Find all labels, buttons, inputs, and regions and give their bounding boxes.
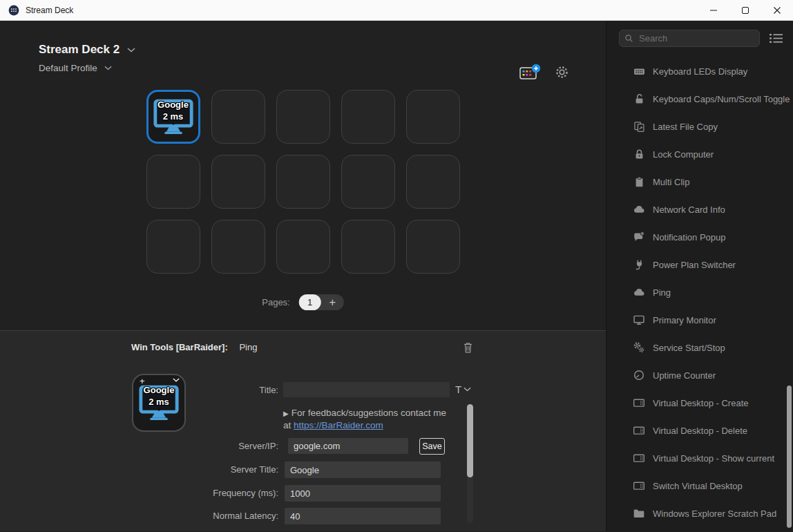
key-empty[interactable] xyxy=(406,90,460,144)
delete-action-button[interactable] xyxy=(460,340,475,355)
add-page-button[interactable]: + xyxy=(321,294,344,310)
key-preview[interactable]: + Google 2 ms xyxy=(132,374,186,432)
chevron-down-icon[interactable] xyxy=(173,378,180,382)
action-item-primary-monitor[interactable]: Primary Monitor xyxy=(606,306,793,334)
chevron-down-icon xyxy=(104,66,112,70)
sidebar-scrollbar-thumb[interactable] xyxy=(787,386,792,528)
action-item-latest-file-copy[interactable]: Latest File Copy xyxy=(606,113,793,140)
virtual-desktop-icon xyxy=(633,397,645,409)
clipboard-icon xyxy=(633,175,645,188)
add-device-icon[interactable] xyxy=(519,64,541,81)
action-item-power-plan-switcher[interactable]: Power Plan Switcher xyxy=(606,251,793,278)
action-item-keyboard-caps-num-scroll-toggle[interactable]: Keyboard Caps/Num/Scroll Toggle xyxy=(606,85,793,113)
action-item-keyboard-leds-display[interactable]: Keyboard LEDs Display xyxy=(606,57,793,85)
action-item-service-start-stop[interactable]: Service Start/Stop xyxy=(606,334,793,361)
key-empty[interactable] xyxy=(406,220,460,274)
barraider-link[interactable]: https://BarRaider.com xyxy=(294,420,383,430)
lock-open-icon xyxy=(633,93,645,105)
search-input[interactable] xyxy=(619,30,760,47)
power-plug-icon xyxy=(633,258,645,271)
action-name: Ping xyxy=(239,342,257,352)
gears-icon xyxy=(633,341,645,354)
action-item-virtual-desktop-show-current[interactable]: Virtual Desktop - Show current xyxy=(606,444,793,472)
normal-latency-label: Normal Latency: xyxy=(0,511,278,521)
action-item-switch-virtual-desktop[interactable]: Switch Virtual Desktop xyxy=(606,472,793,500)
cloud-icon xyxy=(633,286,645,298)
virtual-desktop-icon xyxy=(633,479,645,492)
pages-control: Pages: 1 + xyxy=(262,294,343,310)
normal-latency-input[interactable] xyxy=(285,508,441,524)
text-format-icon: T xyxy=(455,383,461,395)
inspector-scrollbar-thumb[interactable] xyxy=(467,404,473,477)
key-empty[interactable] xyxy=(341,90,395,144)
list-view-icon[interactable] xyxy=(770,33,783,44)
device-selector[interactable]: Stream Deck 2 xyxy=(39,43,135,57)
key-empty[interactable] xyxy=(211,220,265,274)
pages-label: Pages: xyxy=(262,297,289,307)
monitor-icon xyxy=(633,314,645,326)
action-item-ping[interactable]: Ping xyxy=(606,278,793,306)
inspector-scrollbar[interactable] xyxy=(467,404,473,523)
key-empty[interactable] xyxy=(211,90,265,144)
main-panel: Stream Deck 2 Default Profile xyxy=(0,21,606,531)
server-title-input[interactable] xyxy=(285,462,441,478)
key-title: Google 2 ms xyxy=(149,99,198,123)
file-copy-icon xyxy=(633,120,645,133)
action-item-uptime-counter[interactable]: Uptime Counter xyxy=(606,361,793,389)
action-item-windows-explorer-scratch-pad[interactable]: Windows Explorer Scratch Pad xyxy=(606,500,793,527)
virtual-desktop-icon xyxy=(633,452,645,464)
folder-icon xyxy=(633,507,645,520)
profile-name: Default Profile xyxy=(39,63,97,73)
close-button[interactable] xyxy=(761,0,793,21)
key-empty[interactable] xyxy=(341,220,395,274)
chevron-down-icon xyxy=(127,48,135,53)
key-grid: Google 2 ms xyxy=(146,90,460,274)
key-1-ping-google[interactable]: Google 2 ms xyxy=(146,90,200,144)
profile-selector[interactable]: Default Profile xyxy=(39,63,135,73)
key-empty[interactable] xyxy=(146,220,200,274)
frequency-label: Frequency (ms): xyxy=(0,488,278,498)
key-empty[interactable] xyxy=(146,155,200,209)
action-item-notification-popup[interactable]: Notification Popup xyxy=(606,223,793,251)
add-overlay-icon[interactable]: + xyxy=(140,376,145,386)
cloud-icon xyxy=(633,203,645,216)
server-ip-label: Server/IP: xyxy=(0,441,278,451)
minimize-button[interactable] xyxy=(698,0,729,21)
virtual-desktop-icon xyxy=(633,424,645,437)
title-input[interactable] xyxy=(283,382,450,397)
title-label: Title: xyxy=(0,385,278,395)
action-item-virtual-desktop-delete[interactable]: Virtual Desktop - Delete xyxy=(606,417,793,444)
feedback-note: ▶For feedback/suggestions contact me at … xyxy=(283,407,464,432)
server-title-label: Server Title: xyxy=(0,464,278,475)
device-canvas: Stream Deck 2 Default Profile xyxy=(0,21,606,330)
triangle-icon: ▶ xyxy=(283,410,289,417)
stream-deck-logo-icon xyxy=(8,5,19,16)
action-item-network-card-info[interactable]: Network Card Info xyxy=(606,196,793,223)
key-empty[interactable] xyxy=(211,155,265,209)
window-titlebar: Stream Deck xyxy=(0,0,793,21)
search-icon xyxy=(624,33,634,44)
key-empty[interactable] xyxy=(341,155,395,209)
key-empty[interactable] xyxy=(276,155,330,209)
page-1-button[interactable]: 1 xyxy=(299,294,321,310)
actions-sidebar: Keyboard LEDs Display Keyboard Caps/Num/… xyxy=(606,21,793,531)
save-button[interactable]: Save xyxy=(419,438,445,455)
timer-icon xyxy=(633,369,645,381)
notification-popup-icon xyxy=(633,231,645,243)
action-item-lock-computer[interactable]: Lock Computer xyxy=(606,140,793,168)
action-item-multi-clip[interactable]: Multi Clip xyxy=(606,168,793,196)
key-empty[interactable] xyxy=(406,155,460,209)
property-inspector: Win Tools [BarRaider]: Ping + Google 2 m… xyxy=(0,331,606,531)
settings-gear-icon[interactable] xyxy=(555,65,569,79)
title-format-dropdown[interactable]: T xyxy=(455,383,471,395)
frequency-input[interactable] xyxy=(285,485,441,502)
action-item-virtual-desktop-create[interactable]: Virtual Desktop - Create xyxy=(606,389,793,417)
maximize-button[interactable] xyxy=(729,0,761,21)
server-ip-input[interactable] xyxy=(288,438,408,454)
key-empty[interactable] xyxy=(276,220,330,274)
lock-closed-icon xyxy=(633,148,645,160)
key-empty[interactable] xyxy=(276,90,330,144)
device-name: Stream Deck 2 xyxy=(39,43,120,57)
keyboard-leds-icon xyxy=(633,65,645,77)
action-list: Keyboard LEDs Display Keyboard Caps/Num/… xyxy=(606,57,793,527)
